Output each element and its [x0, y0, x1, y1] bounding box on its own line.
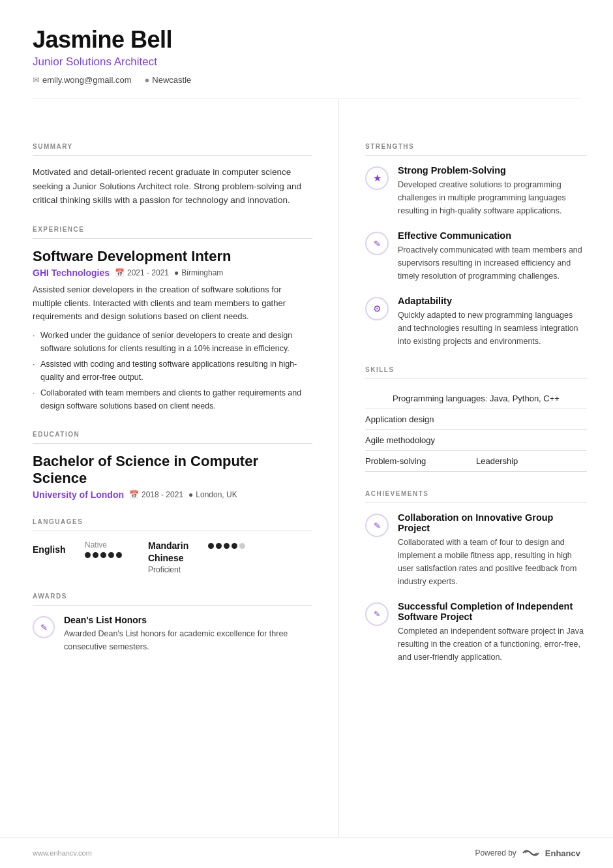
edu-degree: Bachelor of Science in Computer Science: [33, 453, 312, 487]
skill-app-design: Application design: [365, 409, 476, 430]
achievement-1-pencil-icon: ✎: [374, 521, 381, 531]
resume-page: Jasmine Bell Junior Solutions Architect …: [0, 0, 613, 868]
strength-comm-content: Effective Communication Proactively comm…: [398, 230, 587, 283]
edu-dates: 📅 2018 - 2021: [129, 490, 183, 499]
achievement-1-title: Collaboration on Innovative Group Projec…: [398, 512, 587, 533]
lang-mandarin-name: Mandarin: [148, 540, 188, 551]
achievement-2: ✎ Successful Completion of Independent S…: [365, 601, 587, 664]
lang-english-dots: [85, 552, 122, 558]
achievement-2-content: Successful Completion of Independent Sof…: [398, 601, 587, 664]
edu-school: University of London: [33, 489, 124, 500]
strength-comm-title: Effective Communication: [398, 230, 587, 241]
summary-label: SUMMARY: [33, 143, 312, 150]
skills-label: SKILLS: [365, 366, 587, 373]
skill-leadership: Leadership: [476, 451, 587, 472]
summary-divider: [33, 155, 312, 156]
strengths-divider: [365, 155, 587, 156]
left-column: SUMMARY Motivated and detail-oriented re…: [0, 99, 339, 837]
achievements-label: ACHIEVEMENTS: [365, 490, 587, 497]
strength-problem-solving: ★ Strong Problem-Solving Developed creat…: [365, 165, 587, 217]
languages-label: LANGUAGES: [33, 518, 312, 525]
lang-english: English Native: [33, 540, 122, 558]
achievement-1-desc: Collaborated with a team of four to desi…: [398, 536, 587, 588]
education-label: EDUCATION: [33, 431, 312, 438]
languages-row: English Native Mandarin: [33, 540, 312, 574]
achievement-1-icon-circle: ✎: [365, 514, 389, 537]
job-title: Junior Solutions Architect: [33, 55, 580, 69]
awards-label: AWARDS: [33, 593, 312, 600]
edu-meta: University of London 📅 2018 - 2021 ● Lon…: [33, 489, 312, 500]
award-desc: Awarded Dean's List honors for academic …: [64, 627, 312, 653]
experience-divider: [33, 238, 312, 239]
skill-empty: [476, 409, 587, 430]
edu-location: ● London, UK: [188, 490, 237, 499]
strength-gear-icon-circle: ⚙: [365, 297, 389, 320]
dot-1: [85, 552, 91, 558]
strength-adapt-content: Adaptability Quickly adapted to new prog…: [398, 296, 587, 348]
achievement-2-icon-circle: ✎: [365, 602, 389, 626]
footer: www.enhancv.com Powered by Enhancv: [0, 837, 613, 868]
achievements-divider: [365, 503, 587, 503]
candidate-name: Jasmine Bell: [33, 26, 580, 54]
achievement-1: ✎ Collaboration on Innovative Group Proj…: [365, 512, 587, 588]
lang-mandarin-name2: Chinese: [148, 553, 188, 563]
mdot-2: [216, 543, 222, 549]
lang-mandarin-dots-wrapper: [208, 540, 245, 549]
lang-mandarin-block: Mandarin Chinese Proficient: [148, 540, 188, 574]
mdot-4: [232, 543, 237, 549]
strength-star-icon-circle: ★: [365, 166, 389, 190]
strengths-label: STRENGTHS: [365, 143, 587, 150]
exp-dates: 📅 2021 - 2021: [115, 268, 169, 277]
award-content: Dean's List Honors Awarded Dean's List h…: [64, 615, 312, 653]
brand-name: Enhancv: [545, 848, 580, 858]
contact-row: ✉ emily.wong@gmail.com ● Newcastle: [33, 75, 580, 85]
strength-adaptability: ⚙ Adaptability Quickly adapted to new pr…: [365, 296, 587, 348]
experience-label: EXPERIENCE: [33, 226, 312, 233]
email-contact: ✉ emily.wong@gmail.com: [33, 75, 132, 85]
achievement-2-title: Successful Completion of Independent Sof…: [398, 601, 587, 622]
strength-ps-desc: Developed creative solutions to programm…: [398, 178, 587, 217]
strength-ps-content: Strong Problem-Solving Developed creativ…: [398, 165, 587, 217]
skills-grid: Programming languages: Java, Python, C++…: [365, 388, 587, 472]
dot-5: [116, 552, 122, 558]
achievement-1-content: Collaboration on Innovative Group Projec…: [398, 512, 587, 588]
exp-bullets: Worked under the guidance of senior deve…: [33, 329, 312, 412]
strength-comm-desc: Proactively communicated with team membe…: [398, 243, 587, 283]
dot-4: [108, 552, 114, 558]
skill-problem-solving: Problem-solving: [365, 451, 476, 472]
location-contact: ● Newcastle: [145, 75, 192, 85]
exp-bullet-1: Worked under the guidance of senior deve…: [33, 329, 312, 355]
skills-divider: [365, 379, 587, 379]
strength-adapt-title: Adaptability: [398, 296, 587, 306]
lang-english-name: English: [33, 544, 78, 555]
edu-pin-icon: ●: [188, 490, 193, 499]
email-icon: ✉: [33, 75, 40, 85]
main-columns: SUMMARY Motivated and detail-oriented re…: [0, 99, 613, 837]
lang-mandarin-dots: [208, 543, 245, 549]
languages-divider: [33, 531, 312, 531]
pencil-icon: ✎: [374, 239, 381, 249]
lang-english-level: Native: [85, 540, 122, 550]
mdot-3: [224, 543, 230, 549]
header-section: Jasmine Bell Junior Solutions Architect …: [0, 0, 613, 98]
exp-bullet-3: Collaborated with team members and clien…: [33, 386, 312, 412]
lang-mandarin: Mandarin Chinese Proficient: [148, 540, 188, 574]
award-item: ✎ Dean's List Honors Awarded Dean's List…: [33, 615, 312, 653]
exp-location: ● Birmingham: [174, 268, 223, 277]
location-icon: ●: [145, 75, 150, 85]
email-value: emily.wong@gmail.com: [42, 75, 132, 85]
right-column: STRENGTHS ★ Strong Problem-Solving Devel…: [339, 99, 613, 837]
strength-communication: ✎ Effective Communication Proactively co…: [365, 230, 587, 283]
exp-meta: GHI Technologies 📅 2021 - 2021 ● Birming…: [33, 268, 312, 278]
achievement-2-desc: Completed an independent software projec…: [398, 625, 587, 664]
calendar-icon: 📅: [115, 268, 125, 277]
award-pencil-icon: ✎: [40, 623, 48, 632]
star-icon: ★: [373, 172, 381, 184]
award-title: Dean's List Honors: [64, 615, 312, 625]
powered-by-text: Powered by: [475, 848, 516, 858]
education-divider: [33, 443, 312, 444]
exp-company: GHI Technologies: [33, 268, 110, 278]
location-value: Newcastle: [152, 75, 191, 85]
edu-calendar-icon: 📅: [129, 490, 139, 499]
dot-3: [100, 552, 106, 558]
